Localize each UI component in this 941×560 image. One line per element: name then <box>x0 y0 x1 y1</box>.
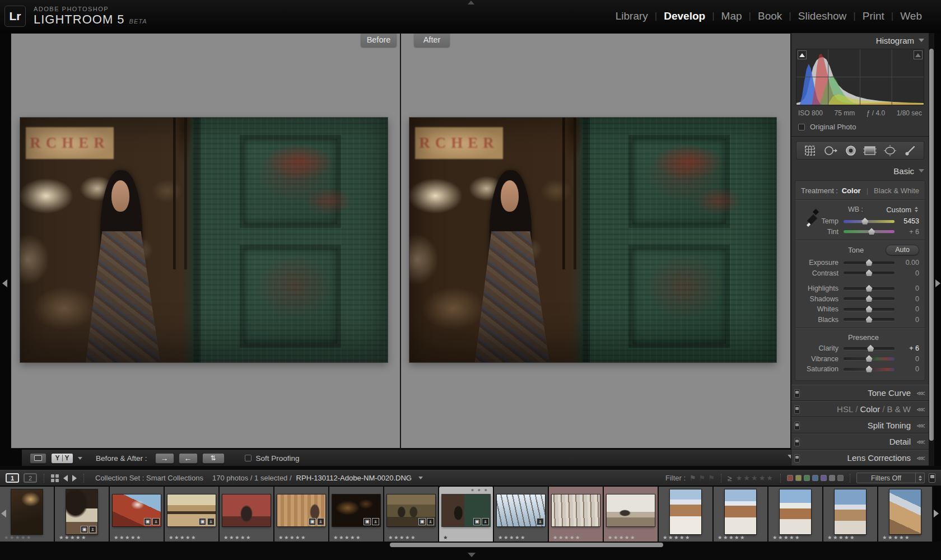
crop-overlay-tool-icon[interactable] <box>803 144 817 157</box>
lens-corrections-expand-icon[interactable]: ⋘ <box>916 455 925 462</box>
color-chip-blue[interactable] <box>812 475 818 481</box>
selected-filename[interactable]: RPH-130112-Adobe-NM-0020.DNG <box>296 474 412 482</box>
filmstrip-cell[interactable]: ▣± ★★★★★ <box>55 487 110 542</box>
filmstrip-cell[interactable]: ★★★★★ <box>0 487 55 542</box>
filmstrip-cell[interactable]: ▣± ★★★★★ <box>165 487 220 542</box>
graduated-filter-tool-icon[interactable] <box>863 145 877 156</box>
blacks-slider[interactable] <box>844 318 895 321</box>
collapse-top-panel-arrow-icon[interactable] <box>468 1 474 4</box>
contrast-slider-thumb[interactable] <box>866 269 873 276</box>
filmstrip-scroll-right-arrow-icon[interactable] <box>934 510 939 517</box>
highlights-slider[interactable] <box>844 287 895 290</box>
saturation-slider[interactable] <box>844 368 895 371</box>
photo-thumbnail[interactable] <box>552 494 600 526</box>
filmstrip-cell[interactable]: ★★★★★ <box>823 487 878 542</box>
filmstrip-cell[interactable]: ★★★★★ <box>768 487 823 542</box>
thumb-rating-stars[interactable]: ★★★★★ <box>4 534 32 540</box>
saturation-slider-thumb[interactable] <box>866 366 873 372</box>
module-print[interactable]: Print <box>856 10 891 22</box>
photo-thumbnail[interactable] <box>222 494 271 526</box>
module-develop[interactable]: Develop <box>657 10 712 22</box>
thumb-rating-stars[interactable]: ★★★★★ <box>114 534 142 540</box>
exposure-slider-thumb[interactable] <box>866 259 873 266</box>
adjustments-badge[interactable]: ± <box>317 518 324 525</box>
tint-slider[interactable] <box>844 230 895 233</box>
treatment-color-option[interactable]: Color <box>842 186 861 195</box>
split-toning-expand-icon[interactable]: ⋘ <box>916 422 925 430</box>
filmstrip-cell[interactable]: ▣± ★★★★★ <box>274 487 329 542</box>
filmstrip-cell[interactable]: ★★★★★ <box>659 487 714 542</box>
filmstrip-scrollbar-thumb[interactable] <box>390 543 663 547</box>
rating-operator[interactable]: ≥ <box>728 474 732 483</box>
whites-slider[interactable] <box>844 308 895 311</box>
contrast-value[interactable]: 0 <box>895 269 919 277</box>
auto-tone-button[interactable]: Auto <box>886 245 919 255</box>
exposure-slider[interactable] <box>844 262 895 264</box>
color-chip-green[interactable] <box>804 475 810 481</box>
copy-after-to-before-button[interactable]: ← <box>179 453 198 464</box>
blacks-value[interactable]: 0 <box>895 316 919 324</box>
photo-thumbnail[interactable] <box>11 489 43 534</box>
photo-thumbnail[interactable] <box>835 489 866 534</box>
tint-slider-thumb[interactable] <box>868 228 875 235</box>
right-panel-scrollbar[interactable] <box>929 33 934 466</box>
radial-filter-tool-icon[interactable] <box>883 145 897 156</box>
temp-slider[interactable] <box>844 220 895 223</box>
filmstrip-cell[interactable]: ± ★★★★★ <box>494 487 549 542</box>
module-web[interactable]: Web <box>893 10 929 22</box>
temp-slider-thumb[interactable] <box>861 218 868 225</box>
filmstrip-cell[interactable]: ★★★★★ <box>604 487 659 542</box>
color-tab[interactable]: Color <box>860 404 880 414</box>
filters-enable-toggle[interactable] <box>929 473 935 483</box>
exposure-value[interactable]: 0.00 <box>895 259 919 267</box>
hsl-tab[interactable]: HSL <box>837 404 853 414</box>
treatment-bw-option[interactable]: Black & White <box>874 186 919 195</box>
photo-thumbnail-selected[interactable]: ▣± <box>442 494 490 526</box>
crop-badge[interactable]: ▣ <box>418 518 426 525</box>
tone-curve-section-header[interactable]: Tone Curve ⋘ <box>791 385 929 401</box>
adjustments-badge[interactable]: ± <box>207 518 215 525</box>
thumb-rating-stars[interactable]: ★★★★★ <box>608 534 636 540</box>
photo-thumbnail[interactable] <box>780 489 811 534</box>
filmstrip-cell[interactable]: ▣± ★★★★★ <box>329 487 384 542</box>
filmstrip-cell[interactable]: ★★★★★ <box>549 487 604 542</box>
thumb-rating-stars[interactable]: ★★★★★ <box>59 534 87 540</box>
crop-badge[interactable]: ▣ <box>199 518 206 525</box>
white-balance-eyedropper-icon[interactable] <box>804 205 823 227</box>
photo-thumbnail[interactable]: ▣± <box>113 494 161 526</box>
filmstrip-cell-selected[interactable]: ● ● ● ▣± ★ <box>439 487 494 542</box>
adjustments-badge[interactable]: ± <box>372 518 379 525</box>
thumb-rating-stars[interactable]: ★★★★★ <box>169 534 197 540</box>
spot-removal-tool-icon[interactable] <box>823 144 838 157</box>
compare-view-button[interactable]: Y Y <box>51 453 73 464</box>
shadows-slider[interactable] <box>844 297 895 300</box>
tone-curve-expand-icon[interactable]: ⋘ <box>916 390 925 397</box>
hide-right-panel-arrow-icon[interactable] <box>935 279 940 287</box>
vibrance-value[interactable]: 0 <box>895 355 919 363</box>
clarity-slider[interactable] <box>844 347 895 350</box>
color-chip-red[interactable] <box>787 475 793 481</box>
thumb-rating-stars[interactable]: ★ <box>443 534 449 540</box>
compare-view-dropdown-icon[interactable] <box>78 457 82 462</box>
after-view-tab[interactable]: After <box>414 34 450 47</box>
original-photo-checkbox[interactable] <box>798 124 805 130</box>
filters-preset-dropdown[interactable]: Filters Off <box>856 473 925 483</box>
highlights-value[interactable]: 0 <box>895 284 919 292</box>
module-slideshow[interactable]: Slideshow <box>791 10 854 22</box>
split-toning-section-header[interactable]: Split Toning ⋘ <box>791 417 929 433</box>
adjustments-badge[interactable]: ± <box>537 518 544 525</box>
hsl-color-bw-section-header[interactable]: HSL/Color/B & W ⋘ <box>791 401 929 417</box>
detail-section-header[interactable]: Detail ⋘ <box>791 433 929 450</box>
crop-badge[interactable]: ▣ <box>309 518 316 525</box>
tone-curve-toggle-switch[interactable] <box>794 389 800 398</box>
photo-thumbnail[interactable] <box>607 494 655 526</box>
clarity-value[interactable]: + 6 <box>895 344 919 352</box>
crop-badge[interactable]: ▣ <box>81 526 88 533</box>
adjustment-brush-tool-icon[interactable] <box>903 144 917 157</box>
filename-dropdown-icon[interactable] <box>418 477 423 482</box>
color-chip-purple[interactable] <box>821 475 827 481</box>
scrollbar-thumb[interactable] <box>929 49 934 441</box>
flag-picked-icon[interactable]: ⚑ <box>690 474 696 482</box>
thumb-rating-stars[interactable]: ★★★★★ <box>772 534 800 540</box>
photo-thumbnail[interactable]: ▣± <box>167 494 216 526</box>
